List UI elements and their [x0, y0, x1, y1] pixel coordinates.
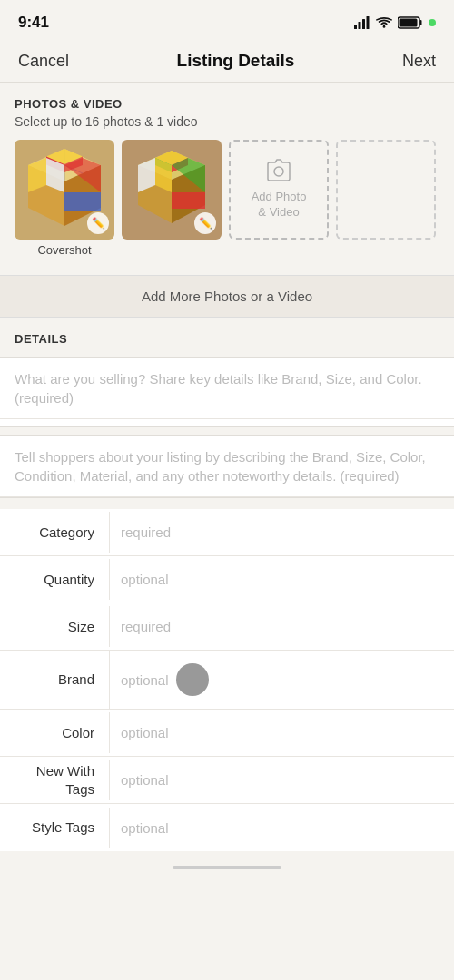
category-row[interactable]: Category required: [0, 509, 454, 556]
style-tags-value[interactable]: optional: [109, 808, 454, 848]
category-value[interactable]: required: [109, 512, 454, 553]
color-row[interactable]: Color optional: [0, 710, 454, 757]
next-button[interactable]: Next: [402, 52, 436, 71]
style-tags-row[interactable]: Style Tags optional: [0, 804, 454, 851]
status-bar: 9:41: [0, 0, 454, 40]
covershot-label: Covershot: [37, 243, 91, 260]
title-placeholder[interactable]: What are you selling? Share key details …: [0, 358, 454, 419]
quantity-label: Quantity: [0, 571, 109, 589]
svg-rect-6: [400, 19, 418, 27]
description-input-area[interactable]: Tell shoppers about your listing by desc…: [0, 435, 454, 498]
brand-indicator-dot: [176, 663, 209, 696]
page-title: Listing Details: [177, 51, 295, 71]
photos-section-subtitle: Select up to 16 photos & 1 video: [15, 114, 439, 129]
new-with-tags-value[interactable]: optional: [109, 760, 454, 800]
details-section-title: DETAILS: [15, 332, 439, 346]
form-section: Category required Quantity optional Size…: [0, 509, 454, 851]
title-input-area[interactable]: What are you selling? Share key details …: [0, 357, 454, 427]
active-dot: [429, 19, 436, 26]
nav-bar: Cancel Listing Details Next: [0, 40, 454, 83]
add-photo-button[interactable]: Add Photo& Video: [229, 140, 329, 240]
status-icons: [354, 16, 436, 29]
size-label: Size: [0, 618, 109, 636]
description-placeholder[interactable]: Tell shoppers about your listing by desc…: [0, 436, 454, 497]
brand-row[interactable]: Brand optional: [0, 651, 454, 710]
style-tags-label: Style Tags: [0, 818, 109, 837]
battery-icon: [398, 16, 423, 29]
svg-point-7: [429, 19, 436, 26]
svg-point-32: [274, 167, 283, 176]
edit-icon-2[interactable]: ✏️: [194, 212, 216, 234]
svg-rect-2: [362, 19, 365, 29]
svg-marker-20: [64, 192, 101, 211]
add-photo-label: Add Photo& Video: [252, 190, 307, 220]
camera-icon: [264, 159, 293, 184]
covershot-container: ✏️ Covershot: [15, 140, 114, 260]
svg-point-4: [383, 25, 386, 28]
edit-icon-1[interactable]: ✏️: [87, 212, 109, 234]
color-value[interactable]: optional: [109, 712, 454, 753]
svg-rect-1: [359, 22, 361, 29]
add-more-banner[interactable]: Add More Photos or a Video: [0, 275, 454, 318]
details-section: DETAILS: [0, 318, 454, 346]
svg-rect-0: [354, 24, 357, 29]
size-value[interactable]: required: [109, 606, 454, 647]
brand-label: Brand: [0, 671, 109, 689]
status-time: 9:41: [18, 14, 49, 32]
new-with-tags-label: New WithTags: [0, 762, 109, 798]
scroll-indicator: [173, 866, 281, 869]
photos-row: ✏️ Covershot ✏️: [0, 140, 454, 271]
svg-marker-31: [172, 192, 205, 209]
svg-rect-3: [367, 16, 370, 29]
brand-placeholder: optional: [121, 672, 169, 688]
size-row[interactable]: Size required: [0, 603, 454, 651]
photos-section-header: PHOTOS & VIDEO Select up to 16 photos & …: [0, 83, 454, 129]
new-with-tags-row[interactable]: New WithTags optional: [0, 757, 454, 804]
signal-icon: [354, 16, 370, 29]
quantity-row[interactable]: Quantity optional: [0, 556, 454, 603]
cancel-button[interactable]: Cancel: [18, 52, 69, 71]
empty-photo-slot: [336, 140, 436, 240]
color-label: Color: [0, 724, 109, 742]
photo-2-container: ✏️: [122, 140, 222, 260]
category-label: Category: [0, 524, 109, 542]
photos-section-title: PHOTOS & VIDEO: [15, 97, 439, 111]
brand-value[interactable]: optional: [109, 651, 454, 709]
photo-thumb-1[interactable]: ✏️: [15, 140, 114, 240]
quantity-value[interactable]: optional: [109, 559, 454, 600]
wifi-icon: [376, 16, 392, 29]
photo-thumb-2[interactable]: ✏️: [122, 140, 222, 240]
